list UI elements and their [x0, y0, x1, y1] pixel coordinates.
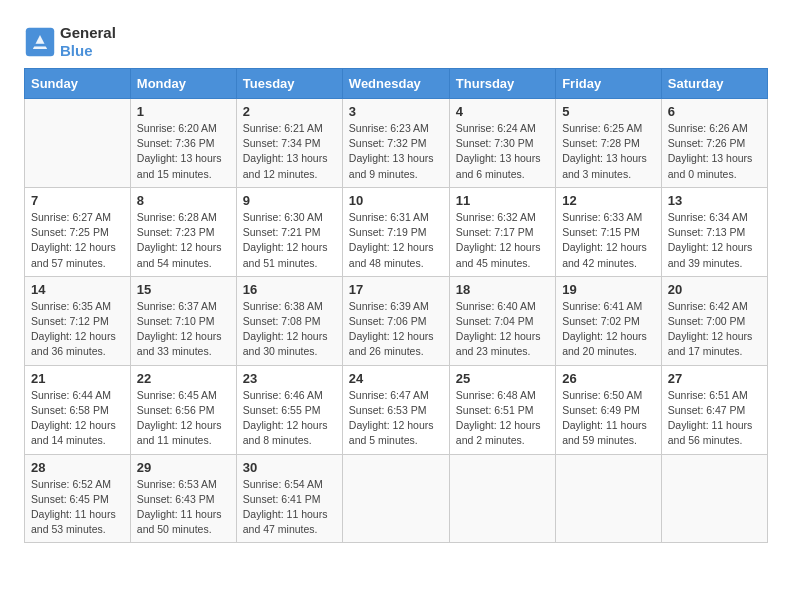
- day-info: Sunrise: 6:24 AM Sunset: 7:30 PM Dayligh…: [456, 121, 549, 182]
- day-number: 17: [349, 282, 443, 297]
- day-number: 3: [349, 104, 443, 119]
- day-info: Sunrise: 6:33 AM Sunset: 7:15 PM Dayligh…: [562, 210, 655, 271]
- calendar-cell: 30Sunrise: 6:54 AM Sunset: 6:41 PM Dayli…: [236, 454, 342, 543]
- day-info: Sunrise: 6:42 AM Sunset: 7:00 PM Dayligh…: [668, 299, 761, 360]
- calendar-cell: [556, 454, 662, 543]
- svg-rect-2: [33, 44, 47, 47]
- calendar-cell: [25, 99, 131, 188]
- calendar-cell: 2Sunrise: 6:21 AM Sunset: 7:34 PM Daylig…: [236, 99, 342, 188]
- calendar-cell: [342, 454, 449, 543]
- day-number: 14: [31, 282, 124, 297]
- day-number: 15: [137, 282, 230, 297]
- day-number: 30: [243, 460, 336, 475]
- calendar-cell: 22Sunrise: 6:45 AM Sunset: 6:56 PM Dayli…: [130, 365, 236, 454]
- day-info: Sunrise: 6:53 AM Sunset: 6:43 PM Dayligh…: [137, 477, 230, 538]
- day-number: 26: [562, 371, 655, 386]
- day-info: Sunrise: 6:30 AM Sunset: 7:21 PM Dayligh…: [243, 210, 336, 271]
- day-number: 12: [562, 193, 655, 208]
- calendar-cell: 5Sunrise: 6:25 AM Sunset: 7:28 PM Daylig…: [556, 99, 662, 188]
- calendar-cell: 25Sunrise: 6:48 AM Sunset: 6:51 PM Dayli…: [449, 365, 555, 454]
- calendar-cell: 1Sunrise: 6:20 AM Sunset: 7:36 PM Daylig…: [130, 99, 236, 188]
- calendar-cell: 19Sunrise: 6:41 AM Sunset: 7:02 PM Dayli…: [556, 276, 662, 365]
- day-number: 13: [668, 193, 761, 208]
- weekday-header: Sunday: [25, 69, 131, 99]
- calendar-cell: 6Sunrise: 6:26 AM Sunset: 7:26 PM Daylig…: [661, 99, 767, 188]
- calendar-cell: 21Sunrise: 6:44 AM Sunset: 6:58 PM Dayli…: [25, 365, 131, 454]
- day-number: 4: [456, 104, 549, 119]
- day-number: 24: [349, 371, 443, 386]
- logo-text: General Blue: [60, 24, 116, 60]
- day-info: Sunrise: 6:50 AM Sunset: 6:49 PM Dayligh…: [562, 388, 655, 449]
- day-info: Sunrise: 6:23 AM Sunset: 7:32 PM Dayligh…: [349, 121, 443, 182]
- logo-icon: [24, 26, 56, 58]
- calendar-cell: 17Sunrise: 6:39 AM Sunset: 7:06 PM Dayli…: [342, 276, 449, 365]
- calendar-week-row: 21Sunrise: 6:44 AM Sunset: 6:58 PM Dayli…: [25, 365, 768, 454]
- day-info: Sunrise: 6:27 AM Sunset: 7:25 PM Dayligh…: [31, 210, 124, 271]
- calendar-cell: 11Sunrise: 6:32 AM Sunset: 7:17 PM Dayli…: [449, 187, 555, 276]
- day-info: Sunrise: 6:37 AM Sunset: 7:10 PM Dayligh…: [137, 299, 230, 360]
- day-number: 5: [562, 104, 655, 119]
- weekday-header: Saturday: [661, 69, 767, 99]
- calendar-cell: 9Sunrise: 6:30 AM Sunset: 7:21 PM Daylig…: [236, 187, 342, 276]
- calendar-cell: 24Sunrise: 6:47 AM Sunset: 6:53 PM Dayli…: [342, 365, 449, 454]
- calendar-cell: 27Sunrise: 6:51 AM Sunset: 6:47 PM Dayli…: [661, 365, 767, 454]
- day-number: 27: [668, 371, 761, 386]
- day-number: 8: [137, 193, 230, 208]
- day-number: 29: [137, 460, 230, 475]
- day-info: Sunrise: 6:25 AM Sunset: 7:28 PM Dayligh…: [562, 121, 655, 182]
- day-info: Sunrise: 6:51 AM Sunset: 6:47 PM Dayligh…: [668, 388, 761, 449]
- weekday-header: Friday: [556, 69, 662, 99]
- calendar-cell: 13Sunrise: 6:34 AM Sunset: 7:13 PM Dayli…: [661, 187, 767, 276]
- day-number: 7: [31, 193, 124, 208]
- weekday-header: Wednesday: [342, 69, 449, 99]
- day-number: 9: [243, 193, 336, 208]
- weekday-header: Thursday: [449, 69, 555, 99]
- calendar-cell: 3Sunrise: 6:23 AM Sunset: 7:32 PM Daylig…: [342, 99, 449, 188]
- day-info: Sunrise: 6:32 AM Sunset: 7:17 PM Dayligh…: [456, 210, 549, 271]
- calendar-cell: 14Sunrise: 6:35 AM Sunset: 7:12 PM Dayli…: [25, 276, 131, 365]
- day-info: Sunrise: 6:31 AM Sunset: 7:19 PM Dayligh…: [349, 210, 443, 271]
- calendar-week-row: 14Sunrise: 6:35 AM Sunset: 7:12 PM Dayli…: [25, 276, 768, 365]
- day-info: Sunrise: 6:40 AM Sunset: 7:04 PM Dayligh…: [456, 299, 549, 360]
- day-info: Sunrise: 6:39 AM Sunset: 7:06 PM Dayligh…: [349, 299, 443, 360]
- calendar-cell: 29Sunrise: 6:53 AM Sunset: 6:43 PM Dayli…: [130, 454, 236, 543]
- calendar-cell: 12Sunrise: 6:33 AM Sunset: 7:15 PM Dayli…: [556, 187, 662, 276]
- calendar-cell: 23Sunrise: 6:46 AM Sunset: 6:55 PM Dayli…: [236, 365, 342, 454]
- day-number: 2: [243, 104, 336, 119]
- calendar-cell: 7Sunrise: 6:27 AM Sunset: 7:25 PM Daylig…: [25, 187, 131, 276]
- calendar-table: SundayMondayTuesdayWednesdayThursdayFrid…: [24, 68, 768, 543]
- day-info: Sunrise: 6:52 AM Sunset: 6:45 PM Dayligh…: [31, 477, 124, 538]
- calendar-cell: 10Sunrise: 6:31 AM Sunset: 7:19 PM Dayli…: [342, 187, 449, 276]
- day-info: Sunrise: 6:21 AM Sunset: 7:34 PM Dayligh…: [243, 121, 336, 182]
- logo: General Blue: [24, 24, 116, 60]
- day-info: Sunrise: 6:34 AM Sunset: 7:13 PM Dayligh…: [668, 210, 761, 271]
- day-info: Sunrise: 6:28 AM Sunset: 7:23 PM Dayligh…: [137, 210, 230, 271]
- calendar-cell: 28Sunrise: 6:52 AM Sunset: 6:45 PM Dayli…: [25, 454, 131, 543]
- day-info: Sunrise: 6:41 AM Sunset: 7:02 PM Dayligh…: [562, 299, 655, 360]
- weekday-header: Tuesday: [236, 69, 342, 99]
- day-number: 1: [137, 104, 230, 119]
- weekday-header-row: SundayMondayTuesdayWednesdayThursdayFrid…: [25, 69, 768, 99]
- calendar-cell: 16Sunrise: 6:38 AM Sunset: 7:08 PM Dayli…: [236, 276, 342, 365]
- day-number: 25: [456, 371, 549, 386]
- day-number: 18: [456, 282, 549, 297]
- calendar-cell: 18Sunrise: 6:40 AM Sunset: 7:04 PM Dayli…: [449, 276, 555, 365]
- day-info: Sunrise: 6:35 AM Sunset: 7:12 PM Dayligh…: [31, 299, 124, 360]
- day-info: Sunrise: 6:38 AM Sunset: 7:08 PM Dayligh…: [243, 299, 336, 360]
- day-number: 21: [31, 371, 124, 386]
- calendar-cell: 4Sunrise: 6:24 AM Sunset: 7:30 PM Daylig…: [449, 99, 555, 188]
- day-number: 23: [243, 371, 336, 386]
- day-info: Sunrise: 6:47 AM Sunset: 6:53 PM Dayligh…: [349, 388, 443, 449]
- day-number: 10: [349, 193, 443, 208]
- day-info: Sunrise: 6:54 AM Sunset: 6:41 PM Dayligh…: [243, 477, 336, 538]
- weekday-header: Monday: [130, 69, 236, 99]
- calendar-cell: [449, 454, 555, 543]
- day-number: 6: [668, 104, 761, 119]
- calendar-week-row: 1Sunrise: 6:20 AM Sunset: 7:36 PM Daylig…: [25, 99, 768, 188]
- calendar-cell: 8Sunrise: 6:28 AM Sunset: 7:23 PM Daylig…: [130, 187, 236, 276]
- calendar-cell: 20Sunrise: 6:42 AM Sunset: 7:00 PM Dayli…: [661, 276, 767, 365]
- day-info: Sunrise: 6:26 AM Sunset: 7:26 PM Dayligh…: [668, 121, 761, 182]
- calendar-week-row: 28Sunrise: 6:52 AM Sunset: 6:45 PM Dayli…: [25, 454, 768, 543]
- calendar-cell: 26Sunrise: 6:50 AM Sunset: 6:49 PM Dayli…: [556, 365, 662, 454]
- calendar-cell: [661, 454, 767, 543]
